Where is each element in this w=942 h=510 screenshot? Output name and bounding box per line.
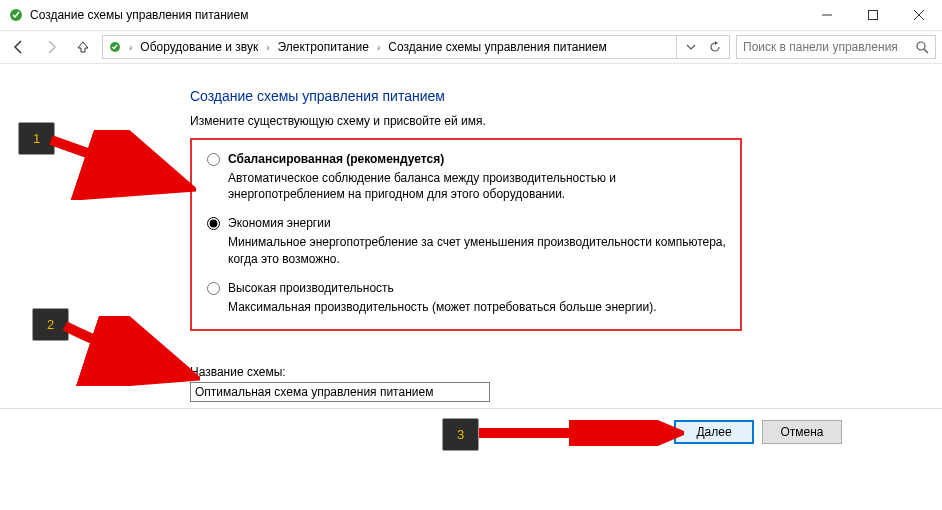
next-button[interactable]: Далее xyxy=(674,420,754,444)
plan-name-label: Название схемы: xyxy=(190,365,740,379)
svg-point-6 xyxy=(917,42,925,50)
radio-balanced[interactable] xyxy=(207,153,220,166)
search-input[interactable] xyxy=(741,39,913,55)
chevron-right-icon: › xyxy=(262,42,273,53)
annotation-arrow-3 xyxy=(474,420,684,446)
breadcrumb[interactable]: › Оборудование и звук › Электропитание ›… xyxy=(102,35,730,59)
chevron-right-icon: › xyxy=(373,42,384,53)
content-area: Создание схемы управления питанием Измен… xyxy=(0,64,740,402)
plan-option-balanced[interactable]: Сбалансированная (рекомендуется) Автомат… xyxy=(202,152,726,202)
refresh-button[interactable] xyxy=(705,37,725,57)
footer-separator xyxy=(0,408,942,409)
svg-line-7 xyxy=(924,49,928,53)
app-icon xyxy=(8,7,24,23)
plan-option-powersaver[interactable]: Экономия энергии Минимальное энергопотре… xyxy=(202,216,726,266)
breadcrumb-item[interactable]: Создание схемы управления питанием xyxy=(386,40,608,54)
plan-description: Максимальная производительность (может п… xyxy=(228,299,657,315)
breadcrumb-dropdown-button[interactable] xyxy=(681,37,701,57)
plan-name: Высокая производительность xyxy=(228,281,657,295)
window-title: Создание схемы управления питанием xyxy=(30,8,248,22)
plan-option-highperf[interactable]: Высокая производительность Максимальная … xyxy=(202,281,726,315)
plan-name-input[interactable] xyxy=(190,382,490,402)
annotation-badge-3: 3 xyxy=(442,418,479,451)
breadcrumb-icon xyxy=(107,39,123,55)
forward-button[interactable] xyxy=(38,34,64,60)
breadcrumb-item[interactable]: Оборудование и звук xyxy=(138,40,260,54)
search-box[interactable] xyxy=(736,35,936,59)
minimize-button[interactable] xyxy=(804,0,850,30)
close-button[interactable] xyxy=(896,0,942,30)
radio-highperf[interactable] xyxy=(207,282,220,295)
breadcrumb-item[interactable]: Электропитание xyxy=(276,40,371,54)
plan-name: Экономия энергии xyxy=(228,216,726,230)
page-title: Создание схемы управления питанием xyxy=(190,88,740,104)
radio-powersaver[interactable] xyxy=(207,217,220,230)
annotation-badge-2: 2 xyxy=(32,308,69,341)
up-button[interactable] xyxy=(70,34,96,60)
maximize-button[interactable] xyxy=(850,0,896,30)
chevron-right-icon: › xyxy=(125,42,136,53)
plan-name-section: Название схемы: xyxy=(190,365,740,402)
cancel-button[interactable]: Отмена xyxy=(762,420,842,444)
page-subtitle: Измените существующую схему и присвойте … xyxy=(190,114,740,128)
search-icon[interactable] xyxy=(913,41,931,54)
window-controls xyxy=(804,0,942,30)
back-button[interactable] xyxy=(6,34,32,60)
annotation-badge-1: 1 xyxy=(18,122,55,155)
plan-description: Автоматическое соблюдение баланса между … xyxy=(228,170,726,202)
plan-description: Минимальное энергопотребление за счет ум… xyxy=(228,234,726,266)
plan-name: Сбалансированная (рекомендуется) xyxy=(228,152,726,166)
titlebar: Создание схемы управления питанием xyxy=(0,0,942,30)
plan-options-box: Сбалансированная (рекомендуется) Автомат… xyxy=(190,138,742,331)
svg-rect-2 xyxy=(869,11,878,20)
footer-buttons: Далее Отмена xyxy=(674,420,842,444)
navbar: › Оборудование и звук › Электропитание ›… xyxy=(0,30,942,64)
